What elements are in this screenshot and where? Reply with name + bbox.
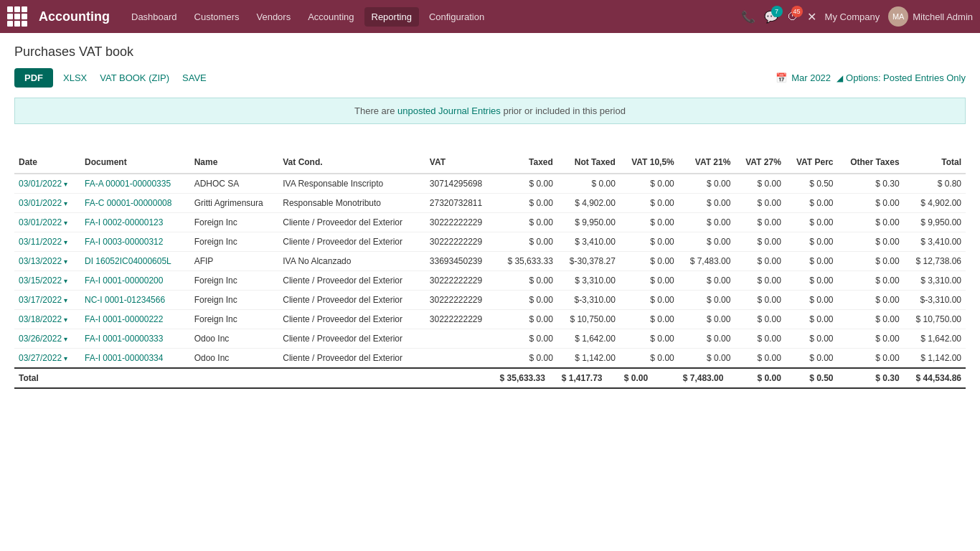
- cell-vat: [425, 329, 496, 349]
- nav-reporting[interactable]: Reporting: [364, 7, 419, 27]
- cell-taxed: $ 0.00: [496, 329, 557, 349]
- options-label: Options: Posted Entries Only: [846, 72, 966, 83]
- banner-link[interactable]: unposted Journal Entries: [397, 105, 501, 116]
- cell-document[interactable]: DI 16052IC04000605L: [80, 252, 190, 271]
- messages-badge: 7: [771, 6, 783, 17]
- calendar-icon: 📅: [776, 72, 787, 83]
- totals-other-taxes: $ 0.30: [838, 368, 904, 388]
- cell-vat: 27320732811: [425, 194, 496, 213]
- user-name: Mitchell Admin: [913, 11, 973, 22]
- cell-name: ADHOC SA: [190, 174, 279, 194]
- col-vat-cond: Vat Cond.: [278, 151, 425, 174]
- nav-dashboard[interactable]: Dashboard: [124, 7, 184, 27]
- avatar: MA: [888, 6, 908, 27]
- cell-not-taxed: $ 1,642.00: [557, 329, 620, 349]
- cell-date[interactable]: 03/18/2022 ▾: [14, 310, 80, 329]
- company-selector[interactable]: My Company: [825, 11, 880, 22]
- cell-vat-perc: $ 0.00: [786, 271, 838, 291]
- col-document: Document: [80, 151, 190, 174]
- cell-vat-perc: $ 0.50: [786, 174, 838, 194]
- cell-other-taxes: $ 0.00: [838, 329, 904, 349]
- cell-total: $ 10,750.00: [904, 310, 966, 329]
- cell-date[interactable]: 03/11/2022 ▾: [14, 232, 80, 252]
- cell-vat-27: $ 0.00: [735, 271, 785, 291]
- cell-document[interactable]: FA-A 00001-00000335: [80, 174, 190, 194]
- cell-date[interactable]: 03/01/2022 ▾: [14, 213, 80, 232]
- cell-vat-cond: Cliente / Proveedor del Exterior: [278, 329, 425, 349]
- cell-vat-27: $ 0.00: [735, 252, 785, 271]
- cell-document[interactable]: FA-I 0003-00000312: [80, 232, 190, 252]
- cell-vat-21: $ 0.00: [679, 213, 735, 232]
- cell-date[interactable]: 03/15/2022 ▾: [14, 271, 80, 291]
- cell-document[interactable]: FA-I 0001-00000334: [80, 349, 190, 369]
- cell-document[interactable]: NC-I 0001-01234566: [80, 291, 190, 310]
- cell-name: Foreign Inc: [190, 271, 279, 291]
- cell-taxed: $ 0.00: [496, 174, 557, 194]
- cell-date[interactable]: 03/01/2022 ▾: [14, 194, 80, 213]
- cell-name: AFIP: [190, 252, 279, 271]
- cell-vat-27: $ 0.00: [735, 329, 785, 349]
- cell-not-taxed: $-3,310.00: [557, 291, 620, 310]
- cell-date[interactable]: 03/17/2022 ▾: [14, 291, 80, 310]
- period-label: Mar 2022: [791, 72, 831, 83]
- cell-document[interactable]: FA-C 00001-00000008: [80, 194, 190, 213]
- cell-taxed: $ 0.00: [496, 232, 557, 252]
- clock-badge: 45: [791, 6, 803, 17]
- cell-vat-perc: $ 0.00: [786, 291, 838, 310]
- cell-total: $-3,310.00: [904, 291, 966, 310]
- cell-document[interactable]: FA-I 0001-00000200: [80, 271, 190, 291]
- cell-document[interactable]: FA-I 0002-00000123: [80, 213, 190, 232]
- table-row: 03/15/2022 ▾ FA-I 0001-00000200 Foreign …: [14, 271, 966, 291]
- phone-icon[interactable]: 📞: [741, 10, 755, 24]
- app-logo[interactable]: Accounting: [7, 6, 110, 27]
- totals-label: Total: [14, 368, 496, 388]
- xlsx-button[interactable]: XLSX: [60, 68, 90, 88]
- cell-name: Foreign Inc: [190, 232, 279, 252]
- close-icon[interactable]: ✕: [807, 10, 816, 24]
- user-menu[interactable]: MA Mitchell Admin: [888, 6, 973, 27]
- top-navigation: Accounting Dashboard Customers Vendors A…: [0, 0, 980, 33]
- totals-vat-105: $ 0.00: [620, 368, 679, 388]
- cell-not-taxed: $ 0.00: [557, 174, 620, 194]
- nav-accounting[interactable]: Accounting: [301, 7, 361, 27]
- clock-icon[interactable]: ⏱ 45: [787, 10, 798, 23]
- grid-icon: [7, 6, 27, 27]
- cell-date[interactable]: 03/13/2022 ▾: [14, 252, 80, 271]
- cell-other-taxes: $ 0.00: [838, 194, 904, 213]
- cell-total: $ 3,410.00: [904, 232, 966, 252]
- cell-not-taxed: $-30,378.27: [557, 252, 620, 271]
- table-row: 03/26/2022 ▾ FA-I 0001-00000333 Odoo Inc…: [14, 329, 966, 349]
- vat-report-table: Date Document Name Vat Cond. VAT Taxed N…: [14, 151, 966, 389]
- cell-vat-perc: $ 0.00: [786, 252, 838, 271]
- cell-other-taxes: $ 0.00: [838, 252, 904, 271]
- cell-vat-27: $ 0.00: [735, 174, 785, 194]
- cell-vat-21: $ 0.00: [679, 291, 735, 310]
- cell-vat-105: $ 0.00: [620, 329, 679, 349]
- cell-vat-21: $ 0.00: [679, 310, 735, 329]
- cell-vat-105: $ 0.00: [620, 349, 679, 369]
- nav-configuration[interactable]: Configuration: [422, 7, 491, 27]
- messages-icon[interactable]: 💬 7: [764, 10, 778, 24]
- col-vat: VAT: [425, 151, 496, 174]
- cell-date[interactable]: 03/01/2022 ▾: [14, 174, 80, 194]
- cell-vat-27: $ 0.00: [735, 291, 785, 310]
- cell-not-taxed: $ 9,950.00: [557, 213, 620, 232]
- nav-customers[interactable]: Customers: [187, 7, 247, 27]
- save-button[interactable]: SAVE: [179, 68, 209, 88]
- cell-taxed: $ 0.00: [496, 271, 557, 291]
- options-filter[interactable]: ◢ Options: Posted Entries Only: [837, 72, 966, 83]
- vat-book-button[interactable]: VAT BOOK (ZIP): [97, 68, 172, 88]
- cell-document[interactable]: FA-I 0001-00000333: [80, 329, 190, 349]
- cell-vat-105: $ 0.00: [620, 213, 679, 232]
- cell-taxed: $ 0.00: [496, 310, 557, 329]
- cell-document[interactable]: FA-I 0001-00000222: [80, 310, 190, 329]
- period-selector[interactable]: 📅 Mar 2022: [776, 72, 831, 83]
- banner-text-before: There are: [354, 105, 397, 116]
- cell-vat-21: $ 0.00: [679, 271, 735, 291]
- toolbar-right: 📅 Mar 2022 ◢ Options: Posted Entries Onl…: [776, 72, 966, 83]
- pdf-button[interactable]: PDF: [14, 68, 53, 88]
- cell-vat: 30222222229: [425, 213, 496, 232]
- nav-vendors[interactable]: Vendors: [249, 7, 298, 27]
- cell-date[interactable]: 03/27/2022 ▾: [14, 349, 80, 369]
- cell-date[interactable]: 03/26/2022 ▾: [14, 329, 80, 349]
